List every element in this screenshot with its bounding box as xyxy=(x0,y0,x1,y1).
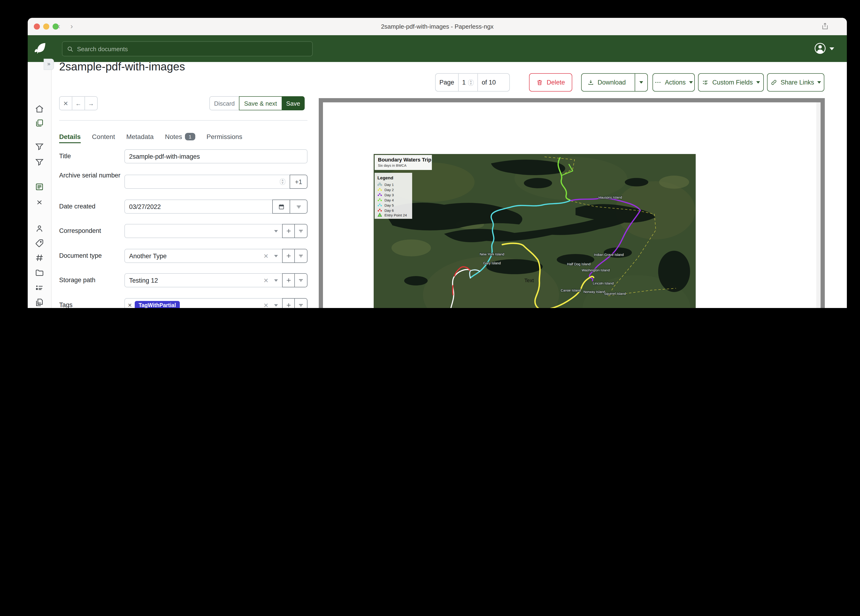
map-figure: Hausons Island New York Island Gary Isla… xyxy=(374,154,696,308)
add-tag-button[interactable] xyxy=(282,298,295,308)
title-label: Title xyxy=(59,149,121,163)
document-type-suggestions-button[interactable] xyxy=(294,249,308,263)
download-icon xyxy=(587,79,594,86)
sidebar-item-dashboard[interactable] xyxy=(35,104,44,114)
download-caret-icon xyxy=(639,81,643,83)
clear-storage-path-icon[interactable]: ✕ xyxy=(262,277,270,284)
actions-button[interactable]: Actions xyxy=(653,73,695,91)
remove-tag-icon[interactable]: ✕ xyxy=(128,302,132,308)
asn-input[interactable]: ˄˅ xyxy=(124,174,290,189)
map-title-box: Boundary Waters Trip Six days in BWCA xyxy=(375,155,432,170)
page-navigator: Page 1 ˄˅ of 10 xyxy=(435,73,510,91)
sidebar-item-filter[interactable] xyxy=(35,157,44,167)
actions-caret-icon xyxy=(689,81,693,83)
tags-label: Tags xyxy=(59,298,121,308)
map-island-label: Washington Island xyxy=(582,268,610,272)
sidebar-item-tags[interactable] xyxy=(35,239,44,248)
map-island-label: New York Island xyxy=(480,252,504,256)
document-type-select[interactable]: Another Type✕ xyxy=(124,249,282,263)
close-all-documents-icon[interactable] xyxy=(35,198,44,207)
storage-path-select[interactable]: Testing 12✕ xyxy=(124,273,282,288)
asn-stepper-icon[interactable]: ˄˅ xyxy=(280,178,286,185)
storage-path-caret-icon xyxy=(274,279,278,281)
tags-suggestions-button[interactable] xyxy=(294,298,308,308)
share-links-button[interactable]: Share Links xyxy=(767,73,824,91)
clear-tags-icon[interactable]: ✕ xyxy=(262,302,270,308)
field-asn: Archive serial number ˄˅ +1 xyxy=(59,174,308,189)
date-created-label: Date created xyxy=(59,200,121,214)
download-button[interactable]: Download xyxy=(582,74,631,91)
legend-item: Day 5 xyxy=(384,203,394,207)
window-title: 2sample-pdf-with-images - Paperless-ngx xyxy=(28,18,847,35)
map-subtitle: Six days in BWCA xyxy=(378,163,406,167)
tag-chip[interactable]: TagWithPartial xyxy=(135,301,180,308)
ellipsis-icon xyxy=(654,79,662,86)
close-document-button[interactable]: ✕ xyxy=(59,96,72,110)
correspondent-select[interactable] xyxy=(124,224,282,238)
field-date-created: Date created 03/27/2022 xyxy=(59,200,308,214)
preview-scrollbar[interactable] xyxy=(816,102,821,308)
legend-item: Day 4 xyxy=(384,198,394,202)
correspondent-suggestions-button[interactable] xyxy=(294,224,308,238)
storage-path-label: Storage path xyxy=(59,273,121,288)
user-menu-caret-icon[interactable] xyxy=(830,47,834,50)
add-correspondent-button[interactable] xyxy=(282,224,295,238)
user-avatar-icon[interactable] xyxy=(813,42,827,55)
map-island-label: Hausons Island xyxy=(598,196,622,199)
document-preview-pane[interactable]: Hausons Island New York Island Gary Isla… xyxy=(319,98,825,308)
save-group-top: Discard Save & next Save xyxy=(209,96,304,110)
discard-button[interactable]: Discard xyxy=(209,96,239,110)
filter-lines-icon xyxy=(295,203,302,210)
legend-item: Day 3 xyxy=(384,193,394,197)
sidebar-item-saved-views[interactable] xyxy=(35,142,44,151)
tab-notes[interactable]: Notes1 xyxy=(165,133,195,140)
map-island-label: Norway Island xyxy=(584,290,605,294)
save-button[interactable]: Save xyxy=(282,96,304,110)
download-options-button[interactable] xyxy=(635,74,647,91)
page-number-input[interactable]: 1 ˄˅ xyxy=(458,74,478,91)
add-document-type-button[interactable] xyxy=(282,249,295,263)
storage-path-suggestions-button[interactable] xyxy=(294,273,308,288)
tab-metadata[interactable]: Metadata xyxy=(126,133,154,140)
sidebar-item-custom-fields[interactable] xyxy=(35,298,44,307)
next-document-button[interactable]: → xyxy=(85,96,98,110)
delete-button[interactable]: Delete xyxy=(529,73,572,91)
plus-icon xyxy=(285,228,292,234)
map-text-annotation: Text xyxy=(524,278,534,283)
paperless-logo-icon xyxy=(33,41,47,55)
tab-permissions[interactable]: Permissions xyxy=(207,133,242,140)
sidebar-item-storage-paths[interactable] xyxy=(35,283,44,292)
page-stepper-icon[interactable]: ˄˅ xyxy=(468,79,474,86)
add-storage-path-button[interactable] xyxy=(282,273,295,288)
sidebar-item-document-types[interactable] xyxy=(35,268,44,278)
asn-next-button[interactable]: +1 xyxy=(290,174,308,189)
date-created-input[interactable]: 03/27/2022 xyxy=(124,200,273,214)
field-storage-path: Storage path Testing 12✕ xyxy=(59,273,308,288)
asn-label: Archive serial number xyxy=(59,172,121,179)
custom-fields-icon xyxy=(702,79,709,86)
tab-details[interactable]: Details xyxy=(59,133,81,140)
sidebar-open-document[interactable] xyxy=(35,182,44,192)
sidebar-item-correspondents[interactable] xyxy=(35,224,44,233)
tags-input[interactable]: ✕ TagWithPartial ✕ xyxy=(124,298,282,308)
page-label: Page xyxy=(436,74,458,91)
custom-fields-button[interactable]: Custom Fields xyxy=(698,73,764,91)
clear-document-type-icon[interactable]: ✕ xyxy=(262,252,270,259)
sidebar-item-asn[interactable] xyxy=(35,253,44,262)
tab-content[interactable]: Content xyxy=(92,133,115,140)
calendar-button[interactable] xyxy=(272,200,290,214)
previous-document-button[interactable]: ← xyxy=(72,96,85,110)
sidebar-expand-button[interactable]: » xyxy=(44,59,54,70)
share-icon[interactable] xyxy=(821,22,829,31)
search-input[interactable]: Search documents xyxy=(62,41,313,57)
search-placeholder: Search documents xyxy=(77,45,128,52)
save-and-next-button[interactable]: Save & next xyxy=(239,96,282,110)
date-suggestions-button[interactable] xyxy=(290,200,308,214)
trash-icon xyxy=(536,79,543,86)
title-input[interactable]: 2sample-pdf-with-images xyxy=(124,149,308,163)
filter-lines-icon xyxy=(298,253,304,259)
plus-icon xyxy=(285,302,292,308)
doc-nav-group: ✕ ← → xyxy=(59,96,98,110)
custom-fields-caret-icon xyxy=(756,81,760,83)
sidebar-item-documents[interactable] xyxy=(35,118,44,128)
